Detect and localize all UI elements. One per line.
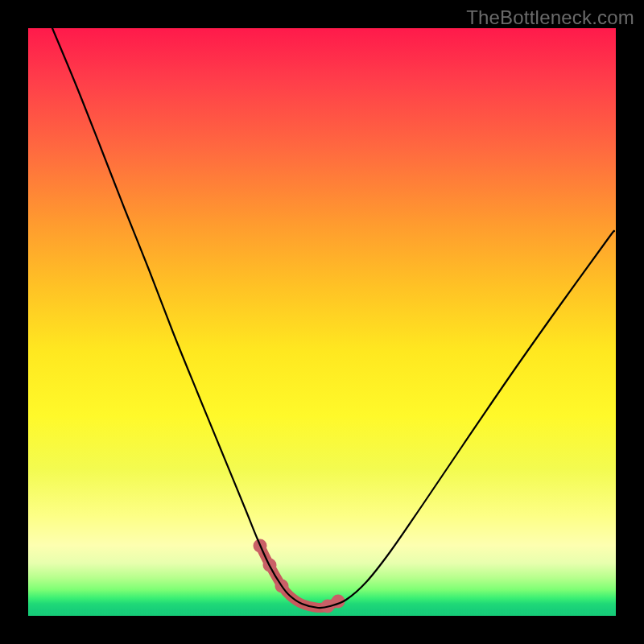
watermark-text: TheBottleneck.com: [466, 6, 634, 29]
chart-overlay: [28, 28, 616, 616]
chart-frame: [28, 28, 616, 616]
accent-segment: [260, 546, 338, 608]
bottleneck-curve: [52, 28, 614, 608]
